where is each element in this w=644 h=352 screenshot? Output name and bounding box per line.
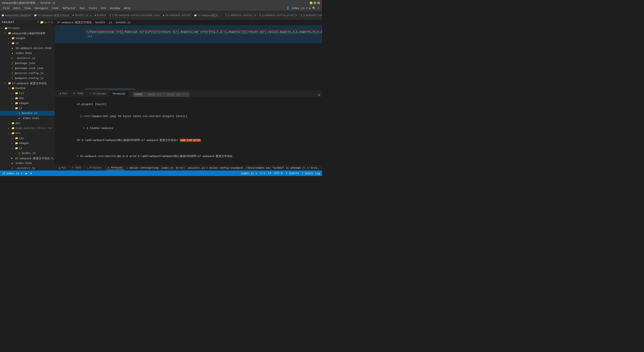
status-position[interactable]: 1:1 [260,172,265,175]
menu-window[interactable]: Window [108,6,122,11]
tree-37-html[interactable]: ◈ 37-webpack-配置文件优化.html [0,156,55,161]
status-bar-right: index.js ▾ 1:1 LF UTF-8 4 spaces ⚡ Event… [240,172,320,175]
refresh-icon[interactable]: ↻ [45,20,47,24]
tab-8[interactable]: { } webpack.config.prod.js [258,11,299,20]
status-branch[interactable]: ⎇ index.js ▾ [2,172,22,175]
status-lf[interactable]: LF [268,172,271,175]
run-button[interactable]: ▶ [309,6,311,10]
tree-doc-folder-2[interactable]: ▸ 📁 doc [0,121,55,126]
error-tab-problems[interactable]: ⚠ Problems [85,166,104,170]
error-text: ⚠ ESLint reformatting: index.js: Error: … [127,166,320,170]
terminal-chevron[interactable]: ▾ [187,93,188,96]
breadcrumb-sep-3: › [113,21,115,24]
menu-edit[interactable]: Edit [12,6,22,11]
tree-images-1[interactable]: ▸ 📁 images [0,36,55,41]
tree-package-json-1[interactable]: { } package.json [0,61,55,66]
menu-vcs[interactable]: VCS [99,6,108,11]
tree-node-modules[interactable]: ▾ 📁 node_modules library root [0,126,55,131]
status-settings-btn[interactable]: ⚙ [30,172,32,175]
close-button[interactable] [317,2,320,4]
tree-postcss-1[interactable]: { } postcss.config.js [0,71,55,76]
breadcrumb-part-1[interactable]: 37-webpack-配置文件优化 [57,20,92,24]
error-tab-run[interactable]: ▶ Run [57,166,68,170]
tab-9[interactable]: { } webpack.config.common.js [299,11,322,20]
breadcrumb-sep-1: › [93,21,94,24]
new-file-icon[interactable]: + [37,20,39,24]
local-tab-2[interactable]: Local (2) [147,93,162,96]
tab-0[interactable]: 📁 webpack核心基础代码 [0,11,32,20]
tree-package-lock-1[interactable]: { } package-lock.json [0,66,55,71]
breadcrumb-part-4[interactable]: bundle.js [116,21,130,24]
tree-eslintrc-37[interactable]: ⚙ .eslintrc.js [0,166,55,170]
sidebar-header-actions: + 📁 ↻ ≡ ⚙ [37,20,53,24]
code-editor[interactable]: 1 !(function(e){var t={};function n(r){i… [55,25,322,88]
panel-tab-todo[interactable]: ≡ TODO [70,90,87,97]
menu-view[interactable]: View [22,6,33,11]
menu-tools[interactable]: Tools [87,6,99,11]
tree-src-index-js[interactable]: { } index.js [0,151,55,156]
error-tab-terminal[interactable]: ✉ Terminal [106,166,125,170]
tree-webpack-core[interactable]: ▾ 📁 webpack核心基础代码资料 [0,31,55,36]
tree-doc-folder[interactable]: ▸ 📁 doc [0,96,55,101]
tree-eslintrc-1[interactable]: ⚙ .eslintrc.js [0,56,55,61]
tree-js-folder[interactable]: ▾ 📁 js [0,106,55,111]
terminal-output[interactable]: ct-plugin} [built] [./src/images/abc.jpg… [55,97,322,165]
tree-project-root[interactable]: ▾ 📁 Project [0,26,55,31]
tree-36-eslint[interactable]: ◈ 36-webpack-eslint.html [0,46,55,51]
minimize-button[interactable] [310,2,312,4]
tab-3[interactable]: ● bundle [93,11,108,20]
tab-7[interactable]: { } webpack.config.js [224,11,258,20]
add-terminal-btn[interactable]: + [182,93,186,96]
status-encoding[interactable]: UTF-8 [274,172,283,175]
maximize-button[interactable] [314,2,316,4]
menu-help[interactable]: Help [122,6,132,11]
tree-bundle-folder[interactable]: ▾ 📁 bundle [0,86,55,91]
panel-settings-icon[interactable]: ⚙ [318,93,320,97]
tree-index-html-37[interactable]: ◈ index.html [0,161,55,166]
tab-5[interactable]: ◈ 50-webpack-eslint [162,11,192,20]
term-line-3: + 2 hidden modules [57,122,320,134]
status-event-log[interactable]: ⚡ Event Log [302,172,320,175]
breadcrumb-part-2[interactable]: bundle [95,21,105,24]
settings-sidebar-icon[interactable]: ⚙ [51,20,53,24]
tab-6[interactable]: 📁 37-webpack配置... [192,11,224,20]
tree-index-html-js[interactable]: ◈ index.html [0,116,55,121]
tree-index-html-1[interactable]: ◈ index.html [0,51,55,56]
local-tab-1[interactable]: Local [134,93,143,96]
tree-webpack-config-1[interactable]: { } webpack.config.js [0,76,55,81]
tree-src-css[interactable]: ▸ 📁 css [0,136,55,141]
branch-selector[interactable]: index.js ▾ [291,6,308,10]
status-run-btn[interactable]: ▶ [26,172,27,175]
tree-bundle-js[interactable]: { } bundle.js [0,111,55,116]
tree-src-images[interactable]: ▸ 📁 images [0,141,55,146]
tree-css-folder[interactable]: ▸ 📁 css [0,91,55,96]
tab-1[interactable]: 📁 37-webpack-配置文件优化 [32,11,71,20]
panel-tab-problems[interactable]: ⚠ Problems [86,90,109,97]
status-indent[interactable]: 4 spaces [286,172,299,175]
collapse-icon[interactable]: ≡ [48,20,50,24]
menu-navigate[interactable]: Navigate [33,6,50,11]
tree-js-1[interactable]: ▸ 📁 js [0,41,55,46]
settings-icon[interactable]: ⚙ [317,6,319,10]
breadcrumb-part-3[interactable]: js [109,21,112,24]
tree-src-folder[interactable]: ▾ 📁 src [0,131,55,136]
panel-tab-terminal[interactable]: Terminal [110,90,129,97]
tab-close-2[interactable]: ✕ [90,14,91,17]
tab-2[interactable]: ● bundle.js ✕ [71,11,93,20]
tab-4[interactable]: { } 50-webpack-eslint/package.json [108,11,161,20]
status-file-name[interactable]: index.js ▾ [240,172,257,175]
tree-37-webpack[interactable]: ▾ 📁 37-webpack-配置文件优化 [0,81,55,86]
status-run-icon: ▶ [26,172,27,175]
error-tab-todo[interactable]: ≡ TODO [70,166,83,170]
tree-images-2[interactable]: ▸ 📁 images [0,101,55,106]
menu-code[interactable]: Code [50,6,60,11]
panel-tab-run[interactable]: ▶Run [57,90,70,97]
menu-file[interactable]: File [1,6,12,11]
toolbar-icon-1[interactable]: 👤 [286,6,290,10]
tree-src-js[interactable]: ▾ 📁 js [0,146,55,151]
new-folder-icon[interactable]: 📁 [40,20,44,24]
local-tab-3[interactable]: Local (3) [166,93,181,96]
menu-run[interactable]: Run [78,6,87,11]
search-icon[interactable]: 🔍 [312,6,316,10]
menu-refactor[interactable]: Refactor [60,6,78,11]
